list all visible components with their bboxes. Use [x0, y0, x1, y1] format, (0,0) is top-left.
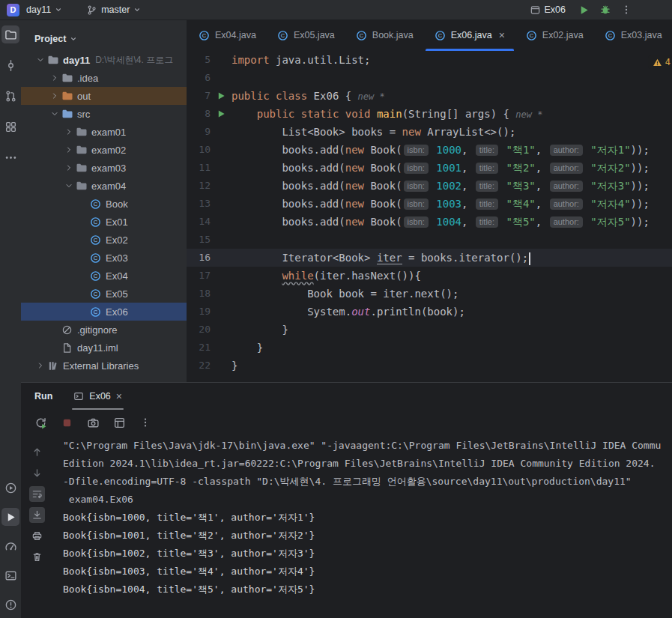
tree-item-label: Ex04 [106, 270, 128, 282]
profiler-icon[interactable] [1, 537, 19, 555]
code-line-text[interactable]: books.add(new Book(isbn: 1003, title: "책… [231, 195, 650, 213]
code-line-text[interactable]: public class Ex06 { new * [231, 87, 385, 105]
console-output[interactable]: "C:\Program Files\Java\jdk-17\bin\java.e… [63, 437, 672, 618]
commit-icon[interactable] [1, 56, 19, 74]
project-badge[interactable]: D [7, 4, 19, 16]
editor-tab[interactable]: CBook.java [345, 19, 424, 51]
run-icon[interactable] [1, 508, 19, 526]
code-line-text[interactable]: } [231, 321, 288, 339]
line-number: 20 [187, 321, 211, 339]
chevron-down-icon[interactable] [63, 181, 75, 190]
tree-item[interactable]: CEx03 [21, 249, 187, 267]
problems-icon[interactable] [1, 596, 19, 614]
code-line-text[interactable]: while(iter.hasNext()){ [231, 267, 421, 285]
code-token: public [257, 108, 295, 120]
chevron-right-icon[interactable] [34, 361, 46, 370]
tree-item[interactable]: CEx02 [21, 231, 187, 249]
code-line-text[interactable]: System.out.println(book); [231, 303, 465, 321]
console-line: Edition 2024.1\lib\idea_rt.jar=60222:C:\… [63, 455, 672, 473]
project-selector[interactable]: day11 [21, 3, 67, 16]
editor-tab[interactable]: CEx03.java [594, 19, 672, 51]
restore-layout-icon[interactable] [112, 415, 127, 430]
terminal-icon[interactable] [1, 566, 19, 584]
stop-icon[interactable] [59, 415, 74, 430]
soft-wrap-icon[interactable] [29, 486, 45, 502]
tree-item[interactable]: out [21, 87, 187, 105]
chevron-right-icon[interactable] [63, 163, 75, 172]
tree-item[interactable]: CEx05 [21, 285, 187, 303]
code-line-text[interactable]: books.add(new Book(isbn: 1002, title: "책… [231, 177, 650, 195]
arrow-down-icon[interactable] [29, 465, 45, 481]
chevron-down-icon[interactable] [49, 109, 61, 118]
code-editor[interactable]: 5import java.util.List;67public class Ex… [187, 51, 672, 382]
run-line-icon[interactable] [217, 109, 225, 118]
code-line-text[interactable]: books.add(new Book(isbn: 1000, title: "책… [231, 141, 650, 159]
close-icon[interactable]: × [116, 390, 122, 402]
run-button[interactable] [578, 4, 590, 16]
project-tool-window: Project day11D:\박세현\4. 프로그.ideaoutsrcexa… [21, 19, 187, 382]
code-line-text[interactable]: books.add(new Book(isbn: 1001, title: "책… [231, 159, 650, 177]
folder-excluded-icon [61, 90, 73, 102]
project-panel-header[interactable]: Project [21, 28, 187, 49]
editor-tab[interactable]: CEx05.java [267, 19, 345, 51]
tree-item[interactable]: exam02 [21, 141, 187, 159]
run-tab[interactable]: Ex06 × [69, 383, 127, 410]
run-line-icon[interactable] [217, 91, 225, 100]
code-token: 1002 [430, 180, 461, 192]
tree-item[interactable]: exam04 [21, 177, 187, 195]
scroll-to-end-icon[interactable] [29, 507, 45, 523]
branch-selector[interactable]: master [81, 3, 146, 17]
code-line: 9 List<Book> books = new ArrayList<>(); [187, 123, 672, 141]
thread-dump-icon[interactable] [85, 415, 100, 430]
chevron-right-icon[interactable] [63, 127, 75, 136]
tree-item[interactable]: exam01 [21, 123, 187, 141]
rerun-icon[interactable] [33, 415, 48, 430]
editor-tab[interactable]: CEx06.java× [424, 19, 515, 51]
code-token: 1003 [430, 198, 461, 210]
warning-count: 4 [665, 57, 671, 67]
code-line-text[interactable]: } [231, 339, 263, 357]
tree-item[interactable]: src [21, 105, 187, 123]
code-line-text[interactable]: Book book = iter.next(); [231, 285, 458, 303]
structure-icon[interactable] [1, 118, 19, 136]
services-icon[interactable] [1, 479, 19, 497]
chevron-right-icon[interactable] [63, 145, 75, 154]
chevron-down-icon[interactable] [34, 55, 46, 64]
code-token: "책2" [500, 162, 536, 174]
arrow-up-icon[interactable] [29, 444, 45, 460]
run-config-selector[interactable]: Ex06 [527, 3, 569, 17]
chevron-right-icon[interactable] [49, 91, 61, 100]
pull-requests-icon[interactable] [1, 87, 19, 105]
tree-item[interactable]: CBook [21, 195, 187, 213]
tree-item[interactable]: exam03 [21, 159, 187, 177]
more-tools-icon[interactable] [1, 148, 19, 166]
inspections-widget[interactable]: 4 [648, 55, 672, 69]
tree-item[interactable]: CEx04 [21, 267, 187, 285]
project-icon[interactable] [1, 25, 19, 43]
debug-button[interactable] [599, 4, 611, 16]
code-line-text[interactable]: import java.util.List; [231, 51, 370, 69]
code-line-text[interactable]: books.add(new Book(isbn: 1004, title: "책… [231, 213, 650, 231]
run-config-icon [530, 4, 541, 16]
tree-item[interactable]: .idea [21, 69, 187, 87]
tree-item[interactable]: .gitignore [21, 321, 187, 339]
editor-tab[interactable]: CEx02.java [515, 19, 594, 51]
code-line-text[interactable]: List<Book> books = new ArrayList<>(); [231, 123, 515, 141]
more-vertical-icon[interactable] [138, 415, 153, 430]
editor-tab[interactable]: CEx04.java [188, 19, 267, 51]
code-line-text[interactable]: Iterator<Book> iter = books.iterator(); [231, 249, 530, 267]
code-token: books.add( [231, 198, 345, 210]
more-options-button[interactable] [621, 4, 632, 15]
chevron-right-icon[interactable] [49, 73, 61, 82]
tree-item[interactable]: day11.iml [21, 339, 187, 357]
tree-item[interactable]: day11D:\박세현\4. 프로그 [21, 51, 187, 69]
tree-item[interactable]: External Libraries [21, 357, 187, 375]
code-line-text[interactable]: } [231, 357, 237, 375]
clear-icon[interactable] [29, 549, 45, 565]
tree-item[interactable]: CEx06 [21, 303, 187, 321]
code-line-text[interactable]: public static void main(String[] args) {… [231, 105, 542, 123]
code-line: 19 System.out.println(book); [187, 303, 672, 321]
print-icon[interactable] [29, 528, 45, 544]
close-icon[interactable]: × [499, 29, 505, 41]
tree-item[interactable]: CEx01 [21, 213, 187, 231]
